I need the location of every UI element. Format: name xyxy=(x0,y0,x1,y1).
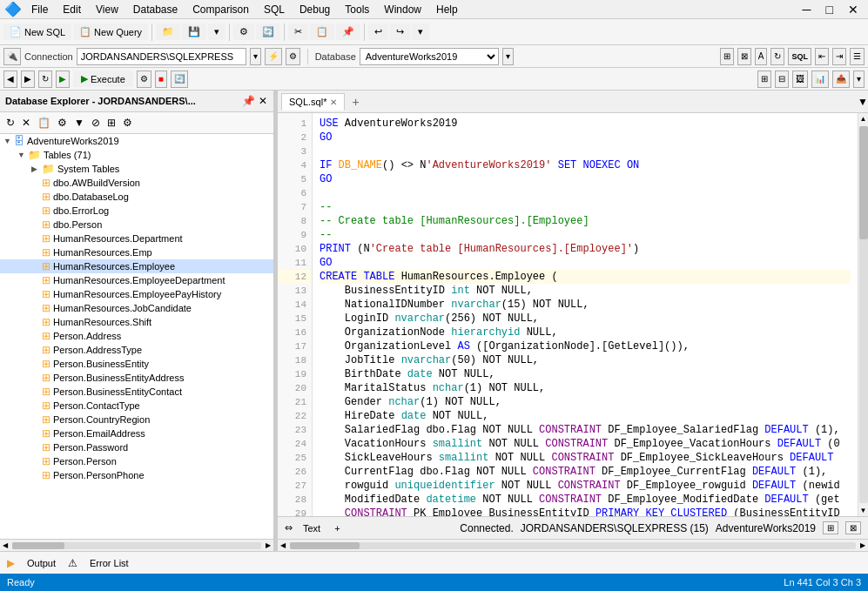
editor-scroll-down-arrow[interactable]: ▼ xyxy=(858,505,868,516)
tree-item-person-personphone[interactable]: ▶ ⊞ Person.PersonPhone xyxy=(0,468,273,482)
restore-button[interactable]: □ xyxy=(821,3,838,17)
menu-help[interactable]: Help xyxy=(431,2,463,17)
toolbar-btn-3[interactable]: ⚙ xyxy=(233,24,254,40)
redo-button[interactable]: ↪ xyxy=(390,24,410,40)
menu-database[interactable]: Database xyxy=(128,2,183,17)
db-tree-grid-btn[interactable]: ⊞ xyxy=(104,114,118,131)
toolbar-btn-4[interactable]: 🔄 xyxy=(256,24,280,40)
copy-button[interactable]: 📋 xyxy=(310,24,334,40)
tree-item-person-countryregion[interactable]: ▶ ⊞ Person.CountryRegion xyxy=(0,413,273,426)
db-tree-filter-btn-1[interactable]: ⚙ xyxy=(55,114,70,131)
exec-options-btn[interactable]: ⚙ xyxy=(137,71,151,88)
tree-item-person-bizentitycontact[interactable]: ▶ ⊞ Person.BusinessEntityContact xyxy=(0,385,273,399)
close-button[interactable]: ✕ xyxy=(843,3,864,17)
db-tree-refresh-btn[interactable]: ↻ xyxy=(3,114,17,131)
cut-button[interactable]: ✂ xyxy=(288,24,308,40)
toolbar-dropdown[interactable]: ▾ xyxy=(208,24,225,40)
tree-scroll-track[interactable] xyxy=(12,542,261,549)
editor-scroll-track[interactable] xyxy=(859,126,868,503)
tree-scroll-thumb[interactable] xyxy=(12,542,64,549)
editor-h-track[interactable] xyxy=(290,542,856,549)
code-content[interactable]: USE AdventureWorks2019 GO IF DB_NAME() <… xyxy=(313,113,858,516)
toolbar-grid-btn-1[interactable]: ⊞ xyxy=(720,48,734,65)
tree-item-awbuildversion[interactable]: ▶ ⊞ dbo.AWBuildVersion xyxy=(0,176,273,190)
tree-item-hr-employee[interactable]: ▶ ⊞ HumanResources.Employee xyxy=(0,259,273,273)
toolbar-menu-btn[interactable]: ☰ xyxy=(850,48,865,65)
tree-item-person-person[interactable]: ▶ ⊞ Person.Person xyxy=(0,454,273,468)
toolbar-btn-2[interactable]: 💾 xyxy=(182,24,206,40)
exec-chart-btn[interactable]: 📊 xyxy=(811,71,829,88)
menu-file[interactable]: File xyxy=(26,2,53,17)
tree-item-databaselog[interactable]: ▶ ⊞ dbo.DatabaseLog xyxy=(0,190,273,204)
tree-item-hr-empdept[interactable]: ▶ ⊞ HumanResources.EmployeeDepartment xyxy=(0,273,273,287)
new-sql-button[interactable]: 📄 New SQL xyxy=(3,24,71,40)
db-tree-disconnect-btn[interactable]: ✕ xyxy=(19,114,33,131)
menu-tools[interactable]: Tools xyxy=(340,2,374,17)
toolbar-indent-btn-1[interactable]: ⇤ xyxy=(815,48,829,65)
tab-add-btn[interactable]: + xyxy=(347,93,364,111)
editor-scroll-right[interactable]: ▶ xyxy=(858,541,868,549)
menu-comparison[interactable]: Comparison xyxy=(187,2,254,17)
exec-run-btn[interactable]: ▶ xyxy=(56,71,70,88)
tree-item-hr-dept[interactable]: ▶ ⊞ HumanResources.Department xyxy=(0,232,273,245)
editor-scroll-down-btn[interactable]: ▼ xyxy=(858,96,868,108)
tree-item-person-emailaddress[interactable]: ▶ ⊞ Person.EmailAddress xyxy=(0,426,273,440)
add-result-tab-btn[interactable]: + xyxy=(331,522,343,534)
editor-h-scrollbar[interactable]: ◀ ▶ xyxy=(278,539,868,551)
tree-item-person-password[interactable]: ▶ ⊞ Person.Password xyxy=(0,440,273,454)
new-query-button[interactable]: 📋 New Query xyxy=(73,24,148,40)
undo-dropdown[interactable]: ▾ xyxy=(412,24,429,40)
database-dropdown-btn[interactable]: ▾ xyxy=(502,48,514,65)
tree-item-system-tables[interactable]: ▶ 📁 System Tables xyxy=(0,162,273,176)
menu-window[interactable]: Window xyxy=(379,2,427,17)
tree-scroll-left[interactable]: ◀ xyxy=(0,541,10,549)
tree-item-hr-jobcandidate[interactable]: ▶ ⊞ HumanResources.JobCandidate xyxy=(0,301,273,315)
menu-view[interactable]: View xyxy=(91,2,124,17)
exec-next-btn[interactable]: ▶ xyxy=(21,71,35,88)
tree-item-hr-emp[interactable]: ▶ ⊞ HumanResources.Emp xyxy=(0,245,273,259)
exec-more-btn[interactable]: ▾ xyxy=(853,71,865,88)
exec-reconnect-btn[interactable]: 🔄 xyxy=(171,71,188,88)
connection-dropdown-btn[interactable]: ▾ xyxy=(250,48,261,65)
root-arrow[interactable]: ▼ xyxy=(3,137,14,145)
toolbar-text-btn[interactable]: A xyxy=(755,48,768,65)
tree-scroll-right[interactable]: ▶ xyxy=(263,541,273,549)
bottom-nav-btn[interactable]: ⇔ xyxy=(285,522,293,534)
tree-item-errorlog[interactable]: ▶ ⊞ dbo.ErrorLog xyxy=(0,204,273,218)
exec-refresh-btn[interactable]: ↻ xyxy=(38,71,52,88)
menu-debug[interactable]: Debug xyxy=(294,2,335,17)
sql-tab-active[interactable]: SQL.sql* ✕ xyxy=(281,93,345,111)
connection-refresh-btn[interactable]: ⚡ xyxy=(265,48,282,65)
view-results-grid-btn[interactable]: ⊞ xyxy=(823,521,838,534)
toolbar-sql-btn[interactable]: SQL xyxy=(788,48,811,65)
database-select[interactable]: AdventureWorks2019 xyxy=(360,48,499,65)
open-button[interactable]: 📁 xyxy=(156,24,180,40)
exec-prev-btn[interactable]: ◀ xyxy=(3,71,17,88)
tree-item-person-contacttype[interactable]: ▶ ⊞ Person.ContactType xyxy=(0,399,273,413)
tree-item-tables[interactable]: ▼ 📁 Tables (71) xyxy=(0,148,273,162)
db-explorer-pin-btn[interactable]: 📌 xyxy=(241,94,256,108)
editor-scroll-up-btn[interactable]: ▲ xyxy=(858,113,868,124)
tree-h-scrollbar[interactable]: ◀ ▶ xyxy=(0,539,273,551)
text-mode-btn[interactable]: Text xyxy=(299,522,324,534)
exec-img-btn[interactable]: 🖼 xyxy=(792,71,808,88)
connection-input[interactable] xyxy=(77,48,246,65)
sys-tables-arrow[interactable]: ▶ xyxy=(31,165,42,173)
menu-edit[interactable]: Edit xyxy=(57,2,86,17)
tree-item-person[interactable]: ▶ ⊞ dbo.Person xyxy=(0,218,273,232)
db-tree[interactable]: ▼ 🗄 AdventureWorks2019 ▼ 📁 Tables (71) ▶… xyxy=(0,134,273,539)
output-tab[interactable]: Output xyxy=(22,556,61,570)
editor-scroll-thumb[interactable] xyxy=(859,126,868,239)
db-tree-filter-btn-2[interactable]: ▼ xyxy=(71,114,87,131)
tree-item-hr-emppay[interactable]: ▶ ⊞ HumanResources.EmployeePayHistory xyxy=(0,287,273,301)
toolbar-grid-btn-2[interactable]: ⊠ xyxy=(737,48,751,65)
db-explorer-close-btn[interactable]: ✕ xyxy=(258,94,268,108)
db-tree-copy-btn[interactable]: 📋 xyxy=(35,114,53,131)
tree-item-root[interactable]: ▼ 🗄 AdventureWorks2019 xyxy=(0,134,273,148)
editor-h-thumb[interactable] xyxy=(290,542,360,549)
view-results-text-btn[interactable]: ⊠ xyxy=(845,521,861,534)
toolbar-refresh-btn[interactable]: ↻ xyxy=(770,48,784,65)
editor-v-scrollbar[interactable]: ▲ ▼ xyxy=(858,113,868,516)
execute-button[interactable]: ▶ Execute xyxy=(73,71,133,87)
minimize-button[interactable]: ─ xyxy=(797,3,817,17)
